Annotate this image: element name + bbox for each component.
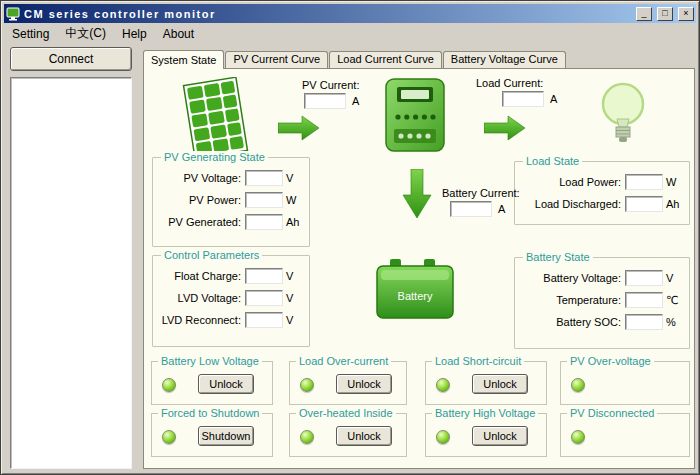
status-led: [436, 430, 450, 444]
unlock-button[interactable]: Unlock: [198, 374, 254, 394]
connect-button[interactable]: Connect: [10, 47, 132, 71]
tab-load-current-curve[interactable]: Load Current Curve: [329, 51, 442, 68]
status-led: [571, 378, 585, 392]
battery-soc-label: Battery SOC:: [515, 316, 625, 328]
battery-icon-label: Battery: [398, 290, 433, 302]
pv-current-unit: A: [352, 95, 359, 107]
battery-soc-row: Battery SOC: %: [515, 314, 683, 330]
menu-about[interactable]: About: [155, 26, 202, 42]
float-charge-field[interactable]: [245, 268, 283, 284]
load-power-field[interactable]: [625, 174, 663, 190]
load-over-current-panel: Load Over-current Unlock: [289, 361, 407, 405]
alarm-title: PV Over-voltage: [567, 355, 654, 367]
alarm-title: Load Short-circuit: [432, 355, 524, 367]
pv-current-field[interactable]: [304, 93, 346, 109]
lvd-voltage-unit: V: [283, 292, 303, 304]
pv-disconnected-panel: PV Disconnected: [560, 413, 690, 457]
load-discharged-field[interactable]: [625, 196, 663, 212]
controller-icon: [384, 77, 446, 153]
load-discharged-label: Load Discharged:: [515, 198, 625, 210]
temperature-row: Temperature: ℃: [515, 292, 683, 308]
control-parameters-group: Control Parameters Float Charge: V LVD V…: [152, 255, 310, 347]
shutdown-button[interactable]: Shutdown: [198, 426, 254, 446]
battery-voltage-field[interactable]: [625, 270, 663, 286]
pv-generating-state-group: PV Generating State PV Voltage: V PV Pow…: [152, 157, 310, 247]
menu-language[interactable]: 中文(C): [57, 24, 114, 43]
battery-current-label: Battery Current:: [442, 187, 520, 199]
light-bulb-icon: [599, 81, 647, 147]
lvd-reconnect-label: LVD Reconnect:: [153, 314, 245, 326]
load-state-group: Load State Load Power: W Load Discharged…: [514, 161, 690, 225]
unlock-button[interactable]: Unlock: [472, 426, 528, 446]
battery-soc-unit: %: [663, 316, 683, 328]
system-state-panel: PV Current: A Load Current: A: [143, 68, 695, 469]
alarm-title: PV Disconnected: [567, 407, 657, 419]
pv-voltage-row: PV Voltage: V: [153, 170, 303, 186]
unlock-button[interactable]: Unlock: [336, 426, 392, 446]
tab-system-state[interactable]: System State: [143, 50, 224, 69]
arrow-right-icon: [484, 115, 526, 141]
lvd-reconnect-field[interactable]: [245, 312, 283, 328]
app-window: CM series controller monitor _ □ × Setti…: [0, 0, 700, 475]
alarm-title: Forced to Shutdown: [158, 407, 262, 419]
minimize-icon[interactable]: _: [636, 7, 652, 21]
unlock-button[interactable]: Unlock: [336, 374, 392, 394]
load-short-circuit-panel: Load Short-circuit Unlock: [425, 361, 547, 405]
battery-voltage-unit: V: [663, 272, 683, 284]
status-led: [162, 378, 176, 392]
pv-generated-field[interactable]: [245, 214, 283, 230]
lvd-voltage-row: LVD Voltage: V: [153, 290, 303, 306]
battery-soc-field[interactable]: [625, 314, 663, 330]
tab-strip: System State PV Current Curve Load Curre…: [143, 49, 567, 68]
pv-voltage-label: PV Voltage:: [153, 172, 245, 184]
over-heated-inside-panel: Over-heated Inside Unlock: [289, 413, 407, 457]
pv-generated-unit: Ah: [283, 216, 303, 228]
arrow-down-icon: [402, 169, 432, 219]
pv-power-field[interactable]: [245, 192, 283, 208]
app-icon: [6, 7, 20, 21]
alarm-title: Over-heated Inside: [296, 407, 396, 419]
battery-current-field[interactable]: [450, 201, 492, 217]
battery-voltage-row: Battery Voltage: V: [515, 270, 683, 286]
pv-current-label: PV Current:: [302, 79, 359, 91]
battery-current-unit: A: [498, 203, 505, 215]
lvd-reconnect-unit: V: [283, 314, 303, 326]
load-power-row: Load Power: W: [515, 174, 683, 190]
alarm-title: Load Over-current: [296, 355, 391, 367]
pv-generated-row: PV Generated: Ah: [153, 214, 303, 230]
unlock-button[interactable]: Unlock: [472, 374, 528, 394]
forced-to-shutdown-panel: Forced to Shutdown Shutdown: [151, 413, 273, 457]
load-discharged-row: Load Discharged: Ah: [515, 196, 683, 212]
close-icon[interactable]: ×: [678, 7, 694, 21]
device-listbox[interactable]: [10, 77, 132, 469]
status-led: [162, 430, 176, 444]
pv-power-row: PV Power: W: [153, 192, 303, 208]
status-led: [300, 430, 314, 444]
load-current-field[interactable]: [502, 91, 544, 107]
load-power-unit: W: [663, 176, 683, 188]
menu-setting[interactable]: Setting: [4, 26, 57, 42]
pv-over-voltage-panel: PV Over-voltage: [560, 361, 690, 405]
pv-power-unit: W: [283, 194, 303, 206]
alarm-title: Battery Low Voltage: [158, 355, 262, 367]
tab-pv-current-curve[interactable]: PV Current Curve: [225, 51, 328, 68]
window-title: CM series controller monitor: [24, 8, 631, 20]
menubar: Setting 中文(C) Help About: [4, 24, 696, 43]
group-title: Battery State: [523, 251, 593, 263]
menu-help[interactable]: Help: [114, 26, 155, 42]
maximize-icon[interactable]: □: [657, 7, 673, 21]
tab-battery-voltage-curve[interactable]: Battery Voltage Curve: [443, 51, 566, 68]
lvd-voltage-field[interactable]: [245, 290, 283, 306]
pv-power-label: PV Power:: [153, 194, 245, 206]
lvd-voltage-label: LVD Voltage:: [153, 292, 245, 304]
status-led: [300, 378, 314, 392]
float-charge-unit: V: [283, 270, 303, 282]
pv-voltage-field[interactable]: [245, 170, 283, 186]
float-charge-label: Float Charge:: [153, 270, 245, 282]
pv-generated-label: PV Generated:: [153, 216, 245, 228]
group-title: Load State: [523, 155, 582, 167]
temperature-field[interactable]: [625, 292, 663, 308]
pv-voltage-unit: V: [283, 172, 303, 184]
battery-state-group: Battery State Battery Voltage: V Tempera…: [514, 257, 690, 349]
group-title: PV Generating State: [161, 151, 268, 163]
